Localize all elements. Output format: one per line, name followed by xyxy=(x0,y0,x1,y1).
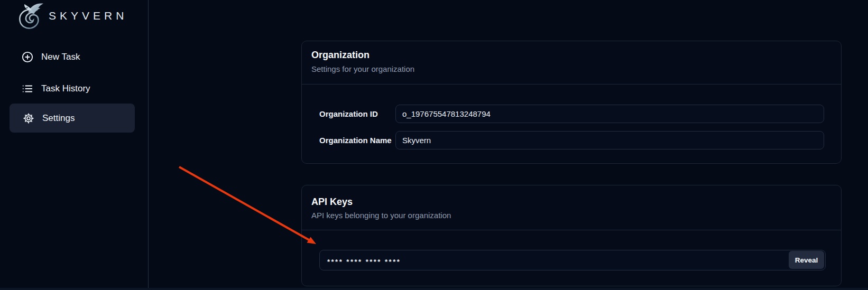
sidebar-item-label: New Task xyxy=(41,52,80,62)
sidebar-item-label: Settings xyxy=(42,113,75,124)
sidebar-item-settings[interactable]: Settings xyxy=(10,104,135,133)
sidebar-item-label: Task History xyxy=(41,83,90,94)
list-icon xyxy=(22,83,33,95)
organization-card-subtitle: Settings for your organization xyxy=(311,65,832,84)
skyvern-logo[interactable]: SKYVERN xyxy=(15,1,127,31)
circle-plus-icon xyxy=(22,51,33,63)
organization-id-row: Organization ID xyxy=(319,105,824,123)
organization-name-label: Organization Name xyxy=(319,136,395,145)
sidebar-item-new-task[interactable]: New Task xyxy=(8,44,129,70)
dragon-logo-icon xyxy=(15,2,45,30)
organization-name-input[interactable] xyxy=(395,131,824,149)
api-key-masked-input[interactable] xyxy=(319,250,826,270)
sidebar-item-task-history[interactable]: Task History xyxy=(8,76,129,101)
organization-id-label: Organization ID xyxy=(319,109,395,118)
organization-id-input[interactable] xyxy=(395,105,824,123)
sidebar: SKYVERN New Task Task History Settings xyxy=(0,0,149,290)
api-keys-card-header: API Keys API keys belonging to your orga… xyxy=(302,185,841,230)
gear-icon xyxy=(23,113,34,124)
organization-card-title: Organization xyxy=(311,50,832,60)
api-keys-card-content: Reveal xyxy=(302,230,841,270)
api-keys-card: API Keys API keys belonging to your orga… xyxy=(301,185,842,286)
api-keys-card-subtitle: API keys belonging to your organization xyxy=(311,211,832,230)
organization-card: Organization Settings for your organizat… xyxy=(301,41,842,164)
api-key-row: Reveal xyxy=(319,250,826,270)
organization-card-header: Organization Settings for your organizat… xyxy=(302,41,841,85)
organization-name-row: Organization Name xyxy=(319,131,824,149)
api-keys-card-title: API Keys xyxy=(311,197,832,207)
window-bottom-edge xyxy=(0,288,868,290)
reveal-button[interactable]: Reveal xyxy=(789,251,824,269)
brand-name: SKYVERN xyxy=(49,10,127,22)
organization-card-content: Organization ID Organization Name xyxy=(302,85,841,149)
